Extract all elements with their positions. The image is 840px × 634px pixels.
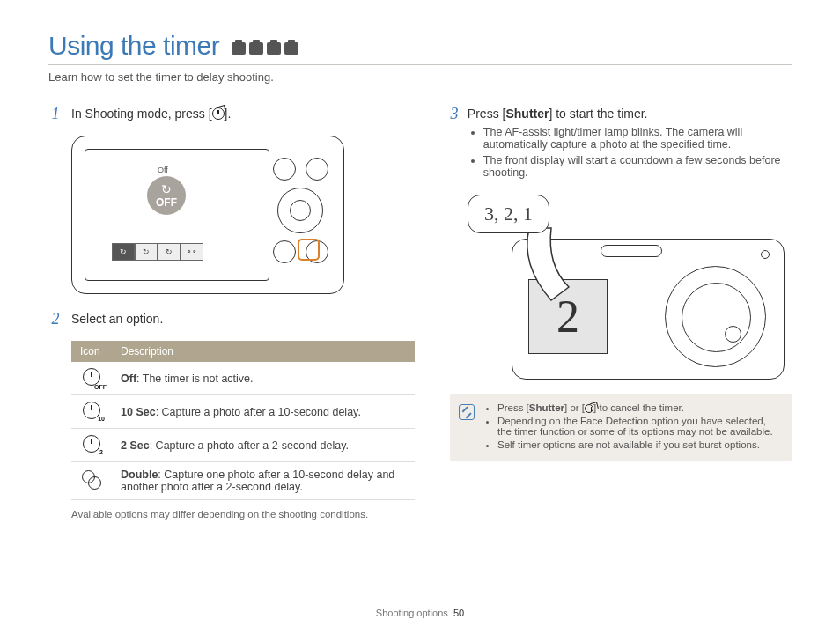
mode-icon-program	[249, 42, 263, 55]
table-footnote: Available options may differ depending o…	[71, 509, 415, 520]
bullet-2: The front display will start a countdown…	[483, 154, 792, 179]
lens-outer	[665, 266, 766, 367]
table-row: OFF Off: The timer is not active.	[71, 362, 415, 395]
strip-off-icon: ↻	[112, 243, 135, 261]
s3-bold: Shutter	[505, 107, 549, 121]
step-3-number: 3	[450, 105, 459, 182]
row-label: Double	[121, 468, 158, 481]
two-sec-timer-icon: 2	[83, 435, 100, 453]
ib1-post: ] to cancel the timer.	[593, 402, 684, 413]
ten-sec-timer-icon: 10	[83, 402, 100, 419]
double-timer-icon	[82, 470, 101, 490]
th-icon: Icon	[71, 341, 112, 362]
table-row: Double: Capture one photo after a 10-sec…	[71, 462, 415, 500]
timer-icon-small	[585, 404, 593, 413]
bullet-1: The AF-assist light/timer lamp blinks. T…	[483, 126, 792, 151]
ib1-bold: Shutter	[529, 402, 564, 413]
strip-double-icon: ∘∘	[181, 243, 203, 261]
footer-page-number: 50	[453, 608, 464, 618]
row-text: : Capture a photo after a 10-second dela…	[156, 406, 361, 418]
btn-circle-2	[306, 158, 328, 181]
info-bullet-2: Depending on the Face Detection option y…	[497, 416, 781, 437]
mode-icon-smart	[232, 42, 246, 55]
step-1-text: In Shooting mode, press [].	[71, 105, 231, 123]
mode-icons	[232, 42, 298, 55]
row-text: : The timer is not active.	[136, 372, 253, 385]
footer-section: Shooting options	[376, 608, 448, 618]
strip-10-icon: ↻	[135, 243, 158, 261]
table-row: 10 10 Sec: Capture a photo after a 10-se…	[71, 395, 415, 429]
camera-buttons	[269, 154, 331, 267]
th-desc: Description	[112, 341, 415, 362]
mode-icon-movie	[284, 42, 298, 55]
row-label: Off	[121, 372, 136, 385]
step-1-number: 1	[48, 105, 63, 123]
off-label-small: Off	[158, 166, 168, 174]
camera-front-illustration: 3, 2, 1 2	[468, 195, 785, 380]
info-bullet-1: Press [Shutter] or [] to cancel the time…	[497, 402, 781, 413]
camera-grip	[601, 245, 662, 257]
strip-2-icon: ↻	[158, 243, 181, 261]
flash-dot	[761, 250, 770, 259]
options-table: Icon Description OFF Off: The timer is n…	[71, 341, 415, 500]
s3-pre: Press [	[468, 107, 506, 121]
off-timer-icon: OFF	[83, 368, 100, 386]
row-text: : Capture one photo after a 10-second de…	[121, 468, 394, 493]
btn-circle-3	[273, 240, 296, 263]
step-2-text: Select an option.	[71, 310, 163, 328]
right-column: 3 Press [Shutter] to start the timer. Th…	[450, 105, 792, 520]
row-text: : Capture a photo after a 2-second delay…	[150, 439, 349, 452]
page-title: Using the timer	[48, 31, 219, 61]
row-label: 2 Sec	[121, 439, 150, 452]
page-footer: Shooting options 50	[0, 608, 840, 618]
info-icon	[459, 404, 475, 420]
off-badge-text: OFF	[156, 196, 177, 209]
speech-tail	[503, 221, 608, 327]
step-1-pre: In Shooting mode, press [	[71, 107, 212, 121]
left-column: 1 In Shooting mode, press []. Off ↻ OFF …	[48, 105, 415, 520]
btn-circle-1	[273, 158, 296, 181]
row-label: 10 Sec	[121, 406, 156, 418]
step-3-text: Press [Shutter] to start the timer. The …	[468, 105, 792, 182]
ib1-mid: ] or [	[564, 402, 585, 413]
dpad	[277, 188, 323, 233]
camera-back-illustration: Off ↻ OFF ↻ ↻ ↻ ∘∘	[71, 136, 344, 294]
option-strip: ↻ ↻ ↻ ∘∘	[112, 243, 203, 261]
step-3-bullets: The AF-assist light/timer lamp blinks. T…	[468, 126, 792, 179]
page-subtitle: Learn how to set the timer to delay shoo…	[48, 70, 792, 84]
info-bullet-3: Self timer options are not available if …	[497, 439, 781, 450]
info-box: Press [Shutter] or [] to cancel the time…	[450, 394, 792, 461]
table-row: 2 2 Sec: Capture a photo after a 2-secon…	[71, 429, 415, 462]
speech-bubble: 3, 2, 1	[468, 195, 549, 233]
timer-icon	[212, 107, 225, 120]
timer-button-highlight	[298, 239, 320, 261]
ib1-pre: Press [	[497, 402, 529, 413]
lens-inner	[682, 283, 751, 352]
s3-post: ] to start the timer.	[549, 107, 647, 121]
mode-icon-scene	[267, 42, 281, 55]
step-2-number: 2	[48, 310, 63, 328]
camera-screen: Off ↻ OFF ↻ ↻ ↻ ∘∘	[85, 149, 269, 281]
off-badge: ↻ OFF	[147, 176, 186, 215]
lens-center	[725, 326, 741, 343]
